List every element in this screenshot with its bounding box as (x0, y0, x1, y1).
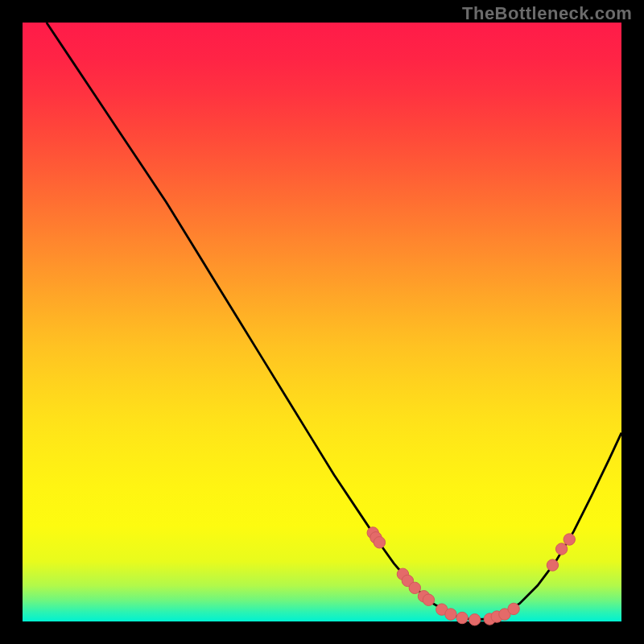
chart-container: TheBottleneck.com (0, 0, 644, 644)
plot-background (23, 23, 621, 621)
highlight-point (469, 614, 481, 625)
highlight-point (508, 603, 519, 614)
attribution-label: TheBottleneck.com (462, 3, 632, 24)
highlight-point (547, 559, 558, 571)
highlight-point (423, 594, 434, 605)
highlight-point (374, 537, 385, 548)
highlight-point (445, 609, 456, 620)
highlight-point (409, 582, 420, 593)
bottleneck-chart (0, 0, 644, 644)
highlight-point (564, 534, 575, 545)
highlight-point (555, 543, 567, 555)
highlight-point (456, 612, 468, 623)
